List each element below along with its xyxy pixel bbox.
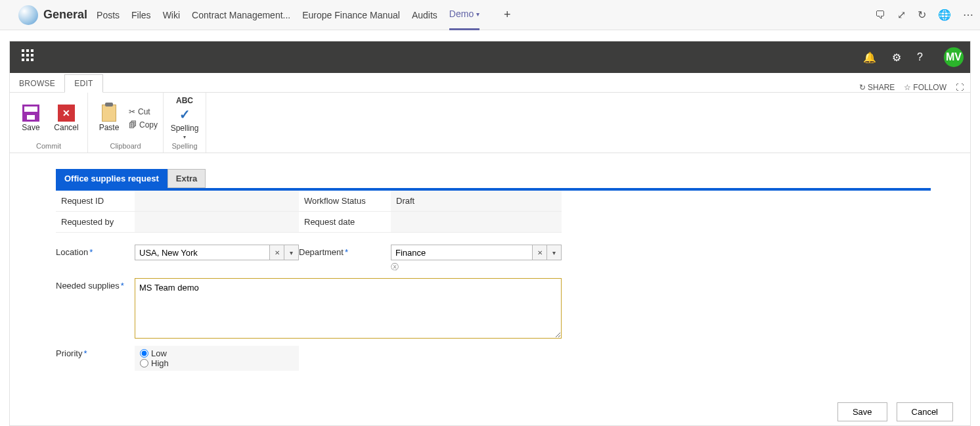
chevron-down-icon[interactable]: ▾	[284, 245, 299, 260]
label-request-date: Request date	[299, 212, 391, 233]
chevron-down-icon: ▾	[476, 11, 479, 18]
scissors-icon: ✂	[129, 107, 135, 116]
copy-icon: 🗐	[129, 120, 137, 130]
ribbon-group-commit: Save ✕ Cancel Commit	[10, 93, 88, 153]
form-header-grid: Request ID Workflow Status Draft Request…	[56, 191, 931, 233]
priority-low-option[interactable]: Low	[140, 348, 294, 358]
form-tabs: Office supplies request Extra	[56, 169, 931, 188]
clear-icon[interactable]: ✕	[270, 245, 284, 260]
paste-icon	[102, 105, 116, 122]
ribbon-group-title: Clipboard	[110, 141, 141, 151]
label-workflow-status: Workflow Status	[299, 191, 391, 212]
share-button[interactable]: ↻SHARE	[859, 83, 895, 92]
department-input[interactable]	[391, 245, 533, 260]
conversation-icon[interactable]: 🗨	[875, 9, 885, 21]
cancel-icon: ✕	[58, 105, 75, 122]
priority-radio-group: Low High	[135, 346, 299, 371]
form-save-button[interactable]: Save	[837, 402, 887, 421]
tab-files[interactable]: Files	[131, 0, 151, 30]
ribbon-group-title: Commit	[36, 141, 61, 151]
ribbon-group-clipboard: Paste ✂Cut 🗐Copy Clipboard	[88, 93, 164, 153]
save-icon	[22, 105, 39, 122]
value-requested-by	[135, 212, 299, 233]
tab-demo[interactable]: Demo ▾	[449, 0, 479, 30]
abc-icon: ABC	[176, 96, 193, 105]
tab-demo-label: Demo	[449, 9, 474, 19]
priority-high-option[interactable]: High	[140, 358, 294, 368]
teams-top-actions: 🗨 ⤢ ↻ 🌐 ⋯	[875, 9, 973, 21]
priority-high-radio[interactable]	[140, 359, 148, 367]
notifications-icon[interactable]: 🔔	[863, 51, 876, 64]
value-workflow-status: Draft	[391, 191, 562, 212]
value-request-id	[135, 191, 299, 212]
label-location: Location*	[56, 245, 135, 260]
ribbon-spelling-button[interactable]: ABC ✓ Spelling ▾	[169, 96, 200, 140]
form-area: Office supplies request Extra Request ID…	[10, 153, 970, 425]
star-icon: ☆	[904, 83, 911, 92]
follow-button[interactable]: ☆FOLLOW	[904, 83, 947, 92]
team-logo-icon	[18, 5, 38, 25]
label-needed-supplies: Needed supplies*	[56, 278, 135, 293]
sharepoint-tabs-row: BROWSE EDIT ↻SHARE ☆FOLLOW ⛶	[10, 73, 970, 93]
chevron-down-icon: ▾	[183, 134, 186, 140]
embedded-sharepoint-frame: 🔔 ⚙ ? MV BROWSE EDIT ↻SHARE ☆FOLLOW ⛶	[9, 41, 971, 426]
required-marker: *	[121, 281, 124, 291]
form-tab-main[interactable]: Office supplies request	[56, 169, 167, 188]
globe-icon[interactable]: 🌐	[938, 9, 951, 21]
ribbon: Save ✕ Cancel Commit Paste ✂Cut	[10, 93, 970, 153]
chevron-down-icon[interactable]: ▾	[547, 245, 562, 260]
sp-tab-browse[interactable]: BROWSE	[10, 75, 64, 92]
priority-low-radio[interactable]	[140, 349, 148, 358]
suite-bar: 🔔 ⚙ ? MV	[10, 41, 970, 73]
help-icon[interactable]: ?	[917, 51, 923, 63]
form-actions: Save Cancel	[837, 402, 953, 421]
tab-contract-management[interactable]: Contract Management...	[192, 0, 290, 30]
form-tab-extra[interactable]: Extra	[167, 169, 206, 188]
ribbon-copy-button[interactable]: 🗐Copy	[129, 120, 158, 130]
more-icon[interactable]: ⋯	[963, 9, 973, 21]
reload-icon[interactable]: ↻	[918, 9, 926, 21]
settings-icon[interactable]: ⚙	[892, 51, 901, 64]
avatar[interactable]: MV	[944, 47, 964, 67]
label-requested-by: Requested by	[56, 212, 135, 233]
app-launcher-icon[interactable]	[22, 49, 37, 65]
required-marker: *	[83, 348, 87, 358]
needed-supplies-textarea[interactable]	[135, 278, 562, 339]
value-request-date	[391, 212, 562, 233]
tab-wiki[interactable]: Wiki	[163, 0, 180, 30]
location-combo[interactable]: ✕ ▾	[135, 245, 299, 260]
share-icon: ↻	[859, 83, 866, 92]
ribbon-save-button[interactable]: Save	[15, 105, 47, 132]
department-combo[interactable]: ✕ ▾	[391, 245, 562, 260]
expand-icon[interactable]: ⤢	[897, 9, 906, 21]
teams-top-bar: General Posts Files Wiki Contract Manage…	[0, 0, 980, 30]
ribbon-cancel-button[interactable]: ✕ Cancel	[51, 105, 82, 132]
label-request-id: Request ID	[56, 191, 135, 212]
location-input[interactable]	[135, 245, 270, 260]
required-marker: *	[345, 247, 348, 257]
teams-tabs: Posts Files Wiki Contract Management... …	[97, 0, 515, 30]
form-cancel-button[interactable]: Cancel	[897, 402, 953, 421]
ribbon-paste-button[interactable]: Paste	[93, 105, 125, 132]
ribbon-cut-button[interactable]: ✂Cut	[129, 107, 158, 116]
focus-icon[interactable]: ⛶	[956, 83, 964, 92]
label-priority: Priority*	[56, 346, 135, 361]
label-department: Department*	[299, 245, 391, 260]
check-icon: ✓	[179, 106, 190, 122]
clear-icon[interactable]: ✕	[533, 245, 547, 260]
ribbon-group-title: Spelling	[171, 141, 197, 151]
sp-tab-edit[interactable]: EDIT	[64, 74, 103, 93]
remove-tag-icon[interactable]: ⓧ	[391, 262, 562, 273]
ribbon-group-spelling: ABC ✓ Spelling ▾ Spelling	[164, 93, 206, 153]
tab-posts[interactable]: Posts	[97, 0, 120, 30]
add-tab-button[interactable]: +	[499, 8, 515, 22]
tab-audits[interactable]: Audits	[412, 0, 437, 30]
form-body-grid: Location* ✕ ▾ Department* ✕ ▾ ⓧ	[56, 245, 931, 371]
channel-name: General	[43, 8, 87, 22]
required-marker: *	[89, 247, 93, 257]
tab-europe-finance-manual[interactable]: Europe Finance Manual	[302, 0, 400, 30]
